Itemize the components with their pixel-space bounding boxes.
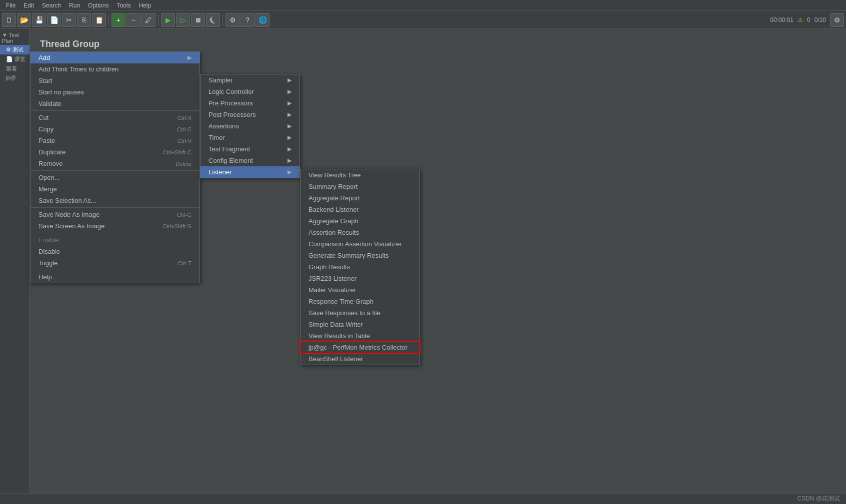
submenu-logic[interactable]: Logic Controller ▶ bbox=[200, 86, 300, 97]
menu-options[interactable]: Options bbox=[84, 1, 112, 10]
menu-item-enable: Enable bbox=[30, 234, 200, 246]
menu-item-cut[interactable]: Cut Ctrl-X bbox=[30, 112, 200, 123]
menu-item-cut-shortcut: Ctrl-X bbox=[178, 115, 192, 121]
listener-generate-summary[interactable]: Generate Summary Results bbox=[300, 250, 420, 261]
submenu-fragment[interactable]: Test Fragment ▶ bbox=[200, 143, 300, 155]
submenu-sampler[interactable]: Sampler ▶ bbox=[200, 74, 300, 86]
submenu-assertions-arrow: ▶ bbox=[288, 123, 292, 129]
menu-item-help[interactable]: Help bbox=[30, 271, 200, 283]
listener-beanshell[interactable]: BeanShell Listener bbox=[300, 353, 420, 365]
remove-button[interactable]: − bbox=[126, 13, 140, 27]
tree-item-follow[interactable]: 紧着 bbox=[0, 64, 30, 73]
listener-mailer[interactable]: Mailer Visualizer bbox=[300, 284, 420, 296]
listener-comparison[interactable]: Comparison Assertion Visualizer bbox=[300, 238, 420, 250]
toolbar: 🗋 📂 💾 📄 ✂ ⎘ 📋 + − 🖊 ▶ ▷ ⏹ ⏾ ⚙ ? 🌐 00:00:… bbox=[0, 11, 846, 29]
listener-backend[interactable]: Backend Listener bbox=[300, 204, 420, 215]
menu-file[interactable]: File bbox=[2, 1, 20, 10]
menu-item-copy[interactable]: Copy Ctrl-C bbox=[30, 123, 200, 135]
menu-item-toggle[interactable]: Toggle Ctrl-T bbox=[30, 257, 200, 269]
cut-button[interactable]: ✂ bbox=[62, 13, 76, 27]
submenu-config[interactable]: Config Element ▶ bbox=[200, 155, 300, 166]
menu-help[interactable]: Help bbox=[134, 1, 155, 10]
submenu-post-arrow: ▶ bbox=[288, 111, 292, 118]
submenu-config-arrow: ▶ bbox=[288, 157, 292, 164]
thread-group-title: Thread Group bbox=[40, 39, 836, 49]
listener-assertion-results[interactable]: Assertion Results bbox=[300, 227, 420, 238]
listener-save-responses-label: Save Responses to a file bbox=[308, 309, 380, 317]
submenu-post[interactable]: Post Processors ▶ bbox=[200, 109, 300, 120]
listener-view-results-tree-label: View Results Tree bbox=[308, 171, 361, 179]
menu-item-add[interactable]: Add ▶ bbox=[30, 52, 200, 63]
new-button[interactable]: 🗋 bbox=[2, 13, 16, 27]
listener-summary-report[interactable]: Summary Report bbox=[300, 181, 420, 192]
submenu-assertions[interactable]: Assertions ▶ bbox=[200, 120, 300, 132]
save-button[interactable]: 💾 bbox=[32, 13, 46, 27]
warning-count: 0 bbox=[807, 16, 810, 23]
menu-tools[interactable]: Tools bbox=[112, 1, 134, 10]
tree-item-lesson[interactable]: 📄 课堂 bbox=[0, 54, 30, 64]
watermark: CSDN @花测试 bbox=[797, 495, 840, 503]
submenu-sampler-arrow: ▶ bbox=[288, 77, 292, 83]
saveas-button[interactable]: 📄 bbox=[47, 13, 61, 27]
listener-graph-results[interactable]: Graph Results bbox=[300, 261, 420, 273]
menu-item-save-screen[interactable]: Save Screen As Image Ctrl+Shift-G bbox=[30, 220, 200, 232]
submenu-sampler-label: Sampler bbox=[208, 76, 232, 84]
menu-item-merge-label: Merge bbox=[38, 185, 57, 193]
warning-icon: ⚠ bbox=[798, 16, 803, 23]
menu-item-open[interactable]: Open... bbox=[30, 172, 200, 183]
menu-item-start-nopauses[interactable]: Start no pauses bbox=[30, 86, 200, 98]
copy-button[interactable]: ⎘ bbox=[77, 13, 91, 27]
menu-item-save-selection[interactable]: Save Selection As... bbox=[30, 195, 200, 206]
listener-simple-data[interactable]: Simple Data Writer bbox=[300, 319, 420, 330]
submenu-logic-label: Logic Controller bbox=[208, 88, 254, 95]
submenu-pre[interactable]: Pre Processors ▶ bbox=[200, 97, 300, 109]
start-button[interactable]: ▶ bbox=[161, 13, 175, 27]
listener-aggregate-report[interactable]: Aggregate Report bbox=[300, 192, 420, 204]
listener-aggregate-graph[interactable]: Aggregate Graph bbox=[300, 215, 420, 227]
stop-button[interactable]: ⏹ bbox=[191, 13, 205, 27]
listener-response-time[interactable]: Response Time Graph bbox=[300, 296, 420, 307]
add-button[interactable]: + bbox=[112, 13, 126, 27]
menu-item-save-node-shortcut: Ctrl-G bbox=[177, 212, 192, 218]
menu-item-duplicate-shortcut: Ctrl+Shift-C bbox=[163, 149, 192, 155]
listener-aggregate-graph-label: Aggregate Graph bbox=[308, 217, 358, 225]
listener-jsr223-label: JSR223 Listener bbox=[308, 275, 356, 282]
listener-perfmon[interactable]: jp@gc - PerfMon Metrics Collector bbox=[300, 342, 420, 353]
menu-item-remove-shortcut: Delete bbox=[176, 161, 192, 167]
submenu-timer[interactable]: Timer ▶ bbox=[200, 132, 300, 143]
clear-button[interactable]: 🖊 bbox=[142, 13, 156, 27]
submenu-listener[interactable]: Listener ▶ bbox=[200, 166, 300, 178]
menu-edit[interactable]: Edit bbox=[20, 1, 38, 10]
submenu-timer-label: Timer bbox=[208, 134, 225, 141]
listener-view-results-tree[interactable]: View Results Tree bbox=[300, 169, 420, 181]
help-button[interactable]: ? bbox=[240, 13, 254, 27]
submenu-fragment-arrow: ▶ bbox=[288, 146, 292, 152]
menu-item-validate[interactable]: Validate bbox=[30, 98, 200, 109]
listener-view-table[interactable]: View Results in Table bbox=[300, 330, 420, 342]
menu-item-paste[interactable]: Paste Ctrl-V bbox=[30, 135, 200, 146]
menu-item-start[interactable]: Start bbox=[30, 75, 200, 86]
menu-item-disable[interactable]: Disable bbox=[30, 246, 200, 257]
menu-item-think-times[interactable]: Add Think Times to children bbox=[30, 63, 200, 75]
paste-button[interactable]: 📋 bbox=[92, 13, 106, 27]
tree-item-jp[interactable]: jp@ bbox=[0, 73, 30, 81]
counter-display: 0/10 bbox=[814, 16, 826, 23]
menu-item-remove[interactable]: Remove Delete bbox=[30, 158, 200, 169]
listener-response-time-label: Response Time Graph bbox=[308, 298, 374, 305]
menu-item-duplicate[interactable]: Duplicate Ctrl+Shift-C bbox=[30, 146, 200, 158]
validate-button[interactable]: ⚙ bbox=[226, 13, 240, 27]
shutdown-button[interactable]: ⏾ bbox=[206, 13, 220, 27]
open-button[interactable]: 📂 bbox=[17, 13, 31, 27]
menu-item-save-screen-label: Save Screen As Image bbox=[38, 222, 104, 230]
tree-item-test[interactable]: ⚙ 测试 bbox=[0, 45, 30, 54]
config-button[interactable]: ⚙ bbox=[830, 13, 844, 27]
menu-item-merge[interactable]: Merge bbox=[30, 183, 200, 195]
menu-run[interactable]: Run bbox=[65, 1, 84, 10]
listener-jsr223[interactable]: JSR223 Listener bbox=[300, 273, 420, 284]
menu-search[interactable]: Search bbox=[38, 1, 65, 10]
menu-item-save-node[interactable]: Save Node As Image Ctrl-G bbox=[30, 209, 200, 220]
remote-button[interactable]: 🌐 bbox=[256, 13, 270, 27]
listener-save-responses[interactable]: Save Responses to a file bbox=[300, 307, 420, 319]
tree-item-testplan[interactable]: ▼ Test Plan bbox=[0, 31, 30, 45]
start-nopause-button[interactable]: ▷ bbox=[176, 13, 190, 27]
